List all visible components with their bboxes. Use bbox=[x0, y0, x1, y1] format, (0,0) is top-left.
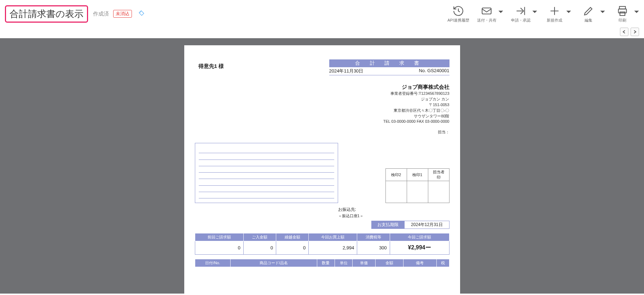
print-button[interactable]: 印刷 bbox=[612, 5, 633, 23]
send-group: 送付・共有 bbox=[476, 5, 503, 23]
company-kana: ジョブカン カン bbox=[195, 97, 449, 102]
issue-date: 2024年11月30日 bbox=[329, 68, 364, 74]
dh-amount: 金額 bbox=[375, 259, 403, 267]
company-block: ジョブ商事株式会社 事業者登録番号:T1234567890123 ジョブカン カ… bbox=[195, 83, 449, 135]
sum-h-tax: 消費税等 bbox=[357, 233, 390, 241]
memo-line bbox=[199, 161, 334, 166]
sum-v-paid: 0 bbox=[243, 241, 276, 255]
company-bldg: サウザンタワー80階 bbox=[195, 114, 449, 119]
sum-h-total: 今回ご請求額 bbox=[390, 233, 449, 241]
company-tanto: 担当： bbox=[195, 129, 449, 135]
status-badge: 未消込 bbox=[113, 10, 132, 18]
sum-v-tax: 300 bbox=[357, 241, 390, 255]
pager bbox=[0, 26, 644, 38]
memo-box bbox=[195, 143, 338, 203]
dh-unit: 単位 bbox=[335, 259, 352, 267]
api-history-label: API連携履歴 bbox=[447, 18, 469, 23]
tag-icon[interactable] bbox=[138, 10, 145, 18]
stamp-h1: 検印2 bbox=[385, 169, 407, 181]
transfer-label: お振込先: bbox=[338, 207, 449, 213]
dh-tax: 税 bbox=[436, 259, 449, 267]
memo-line bbox=[199, 154, 334, 160]
document-viewport: 得意先1 様 合 計 請 求 書 2024年11月30日 No. GS24000… bbox=[0, 38, 644, 294]
status-group: 作成済 未消込 bbox=[93, 10, 145, 18]
edit-group: 編集 bbox=[578, 5, 605, 23]
sum-v-purchase: 2,994 bbox=[309, 241, 357, 255]
dh-date: 日付/No. bbox=[195, 259, 231, 267]
due-label: お支払期限 bbox=[371, 221, 405, 229]
memo-line bbox=[199, 193, 334, 198]
new-caret[interactable] bbox=[566, 9, 571, 14]
company-tel: TEL 03-0000-0000 FAX 03-0000-0000 bbox=[195, 119, 449, 125]
memo-line bbox=[199, 167, 334, 173]
apply-label: 申請・承認 bbox=[511, 18, 530, 23]
toolbar-actions: API連携履歴 送付・共有 申請・承認 新規作成 bbox=[447, 5, 639, 23]
company-addr: 東京都渋谷区代々木〇丁目〇-〇 bbox=[195, 108, 449, 114]
svg-rect-3 bbox=[620, 12, 625, 15]
dh-note: 備考 bbox=[404, 259, 436, 267]
new-button[interactable]: 新規作成 bbox=[544, 5, 565, 23]
edit-label: 編集 bbox=[585, 18, 592, 23]
edit-caret[interactable] bbox=[600, 9, 605, 14]
dh-price: 単価 bbox=[353, 259, 376, 267]
apply-caret[interactable] bbox=[532, 9, 537, 14]
sum-h-prev: 前回ご請求額 bbox=[195, 233, 243, 241]
prev-page-button[interactable] bbox=[620, 28, 628, 36]
stamp-h3: 担当者印 bbox=[428, 169, 449, 181]
status-created: 作成済 bbox=[93, 11, 109, 17]
document-page: 得意先1 様 合 計 請 求 書 2024年11月30日 No. GS24000… bbox=[184, 45, 460, 294]
svg-rect-0 bbox=[482, 8, 491, 14]
edit-button[interactable]: 編集 bbox=[578, 5, 599, 23]
stamp-h2: 検印1 bbox=[407, 169, 428, 181]
next-page-button[interactable] bbox=[631, 28, 639, 36]
print-label: 印刷 bbox=[619, 18, 626, 23]
customer-name: 得意先1 様 bbox=[198, 63, 224, 70]
sum-v-prev: 0 bbox=[195, 241, 243, 255]
send-label: 送付・共有 bbox=[477, 18, 497, 23]
document-title: 合 計 請 求 書 bbox=[329, 59, 449, 67]
stamp-cell bbox=[428, 181, 449, 203]
send-caret[interactable] bbox=[498, 9, 503, 14]
company-name: ジョブ商事株式会社 bbox=[195, 83, 449, 91]
memo-line bbox=[199, 180, 334, 186]
apply-button[interactable]: 申請・承認 bbox=[510, 5, 531, 23]
summary-table: 前回ご請求額 ご入金額 繰越金額 今回お買上額 消費税等 今回ご請求額 0 0 … bbox=[195, 233, 449, 255]
sum-v-carry: 0 bbox=[276, 241, 308, 255]
new-label: 新規作成 bbox=[547, 18, 562, 23]
apply-group: 申請・承認 bbox=[510, 5, 537, 23]
due-row: お支払期限 2024年12月31日 bbox=[195, 221, 449, 229]
memo-line bbox=[199, 173, 334, 179]
transfer-account: ＜振込口座1＞ bbox=[338, 213, 449, 219]
company-zip: 〒151-0053 bbox=[195, 102, 449, 108]
due-value: 2024年12月31日 bbox=[405, 221, 449, 229]
memo-line bbox=[199, 148, 334, 153]
print-caret[interactable] bbox=[634, 9, 639, 14]
new-group: 新規作成 bbox=[544, 5, 571, 23]
page-title: 合計請求書の表示 bbox=[10, 8, 83, 20]
stamp-cell bbox=[407, 181, 428, 203]
sum-v-total: ¥2,994ー bbox=[390, 241, 449, 255]
print-group: 印刷 bbox=[612, 5, 639, 23]
stamp-table: 検印2 検印1 担当者印 bbox=[385, 168, 449, 203]
title-highlight: 合計請求書の表示 bbox=[5, 5, 88, 23]
dh-qty: 数量 bbox=[317, 259, 335, 267]
api-history-button[interactable]: API連携履歴 bbox=[447, 5, 469, 23]
sum-h-paid: ご入金額 bbox=[243, 233, 276, 241]
document-no: No. GS240001 bbox=[419, 68, 449, 74]
date-no-row: 2024年11月30日 No. GS240001 bbox=[329, 67, 449, 75]
sum-h-carry: 繰越金額 bbox=[276, 233, 308, 241]
sum-h-purchase: 今回お買上額 bbox=[309, 233, 357, 241]
svg-rect-1 bbox=[620, 6, 626, 9]
toolbar: 合計請求書の表示 作成済 未消込 API連携履歴 送付・共有 申請・承認 bbox=[0, 0, 644, 26]
memo-line bbox=[199, 186, 334, 192]
stamp-cell bbox=[385, 181, 407, 203]
detail-header: 日付/No. 商品コード/品名 数量 単位 単価 金額 備考 税 bbox=[195, 259, 449, 267]
send-button[interactable]: 送付・共有 bbox=[476, 5, 497, 23]
company-reg: 事業者登録番号:T1234567890123 bbox=[195, 91, 449, 97]
transfer-block: お振込先: ＜振込口座1＞ bbox=[338, 207, 449, 219]
dh-item: 商品コード/品名 bbox=[231, 259, 317, 267]
